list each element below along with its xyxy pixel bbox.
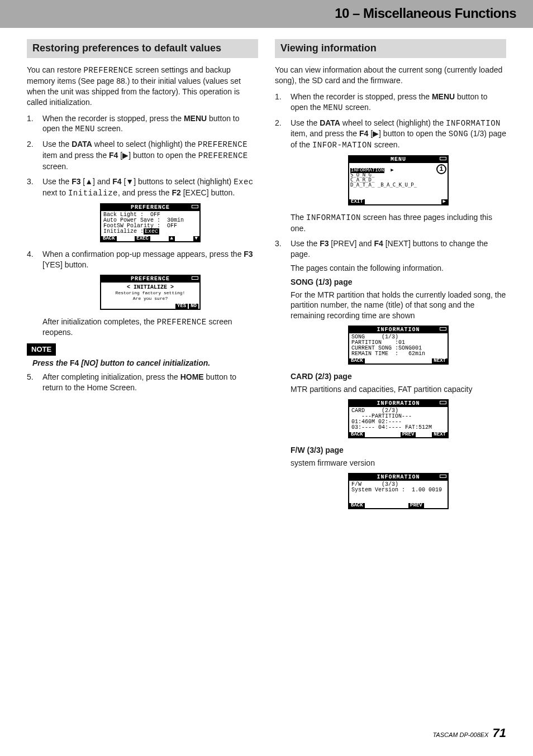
left-column: Restoring preferences to default values … [27,39,258,515]
footer-model: TASCAM DP-008EX [432,731,488,738]
screenshot-initialize-confirm: PREFERENCE < INITIALIZE > Restoring fact… [100,275,201,310]
info-three-pages: The INFORMATION screen has three pages i… [291,212,506,234]
restore-intro: You can restore PREFERENCE screen settin… [27,65,258,108]
restore-steps-cont: After completing initialization, press t… [27,372,258,393]
restore-step-3: Use the F3 [▲] and F4 [▼] buttons to sel… [27,176,258,242]
page-footer: TASCAM DP-008EX 71 [432,725,506,741]
fw-page-block: F/W (3/3) page system firmware version I… [275,445,506,509]
screenshot-info-song: INFORMATION SONG (1/3) PARTITION :01 CUR… [348,326,449,365]
note-block: NOTE Press the F4 [NO] button to cancel … [27,343,258,368]
viewing-step-3: Use the F3 [PREV] and F4 [NEXT] buttons … [275,238,506,365]
viewing-step-1: When the recorder is stopped, press the … [275,92,506,113]
right-column: Viewing information You can view informa… [275,39,506,515]
screenshot-info-card: INFORMATION CARD (2/3) ---PARTITION--- 0… [348,399,449,438]
restore-step-1: When the recorder is stopped, press the … [27,113,258,135]
screenshot-info-fw: INFORMATION F/W (3/3) System Version : 1… [348,473,449,509]
chapter-header: 10 – Miscellaneous Functions [0,0,533,28]
song-page-heading: SONG (1/3) page [291,277,506,288]
restore-step-5: After completing initialization, press t… [27,372,258,393]
restore-step-4: When a confirmation pop-up message appea… [27,249,258,338]
viewing-intro: You can view information about the curre… [275,65,506,86]
song-page-text: For the MTR partition that holds the cur… [291,290,506,322]
section-heading-restore: Restoring preferences to default values [27,39,258,58]
note-text: Press the F4 [NO] button to cancel initi… [27,358,258,369]
screenshot-preference: PREFERENCE Back Light : OFF Auto Power S… [100,203,201,242]
card-page-text: MTR partitions and capacities, FAT parti… [291,384,506,395]
viewing-steps: When the recorder is stopped, press the … [275,92,506,365]
card-page-heading: CARD (2/3) page [291,371,506,382]
restore-steps: When the recorder is stopped, press the … [27,113,258,338]
section-heading-viewing: Viewing information [275,39,506,58]
screenshot-menu: MENU INFORMATION ▶ S̲O̲N̲G̲ C̲A̲R̲D̲ D̲A… [348,155,449,205]
info-icon: i [436,164,446,174]
note-tag: NOTE [27,343,56,356]
fw-page-text: system firmware version [291,458,506,468]
restore-step-2: Use the DATA wheel to select (highlight)… [27,139,258,172]
content-columns: Restoring preferences to default values … [0,28,533,515]
pages-contain: The pages contain the following informat… [291,263,506,274]
fw-page-heading: F/W (3/3) page [291,445,506,456]
page-number: 71 [493,726,506,740]
viewing-step-2: Use the DATA wheel to select (highlight)… [275,118,506,234]
card-page-block: CARD (2/3) page MTR partitions and capac… [275,371,506,438]
after-init-text: After initialization completes, the PREF… [42,317,258,338]
